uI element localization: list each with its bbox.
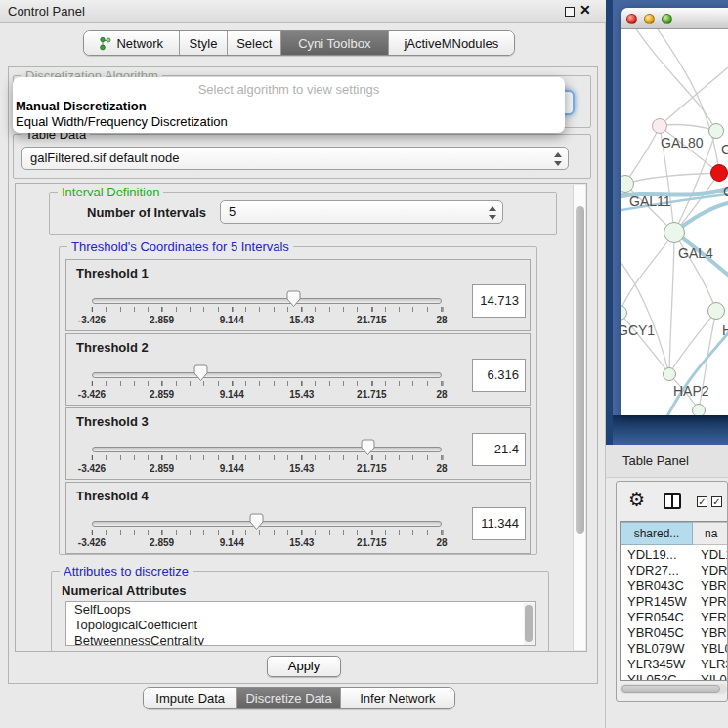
threshold-value-field[interactable]: 11.344 [472,507,526,540]
threshold-panel: Threshold 2 -3.4262.8599.14415.4321.7152… [65,333,531,406]
network-node[interactable] [710,164,728,182]
threshold-slider-track[interactable] [92,372,442,378]
network-canvas[interactable]: GAL80GACGAL11GAL4GCY1HHAP2 [621,29,728,415]
slider-scale: -3.4262.8599.14415.4321.71528 [92,463,442,475]
zoom-window-icon[interactable] [662,14,672,24]
interval-definition-group: Interval Definition Number of Intervals … [49,192,557,235]
table-row[interactable]: YER054C YER0 [621,610,728,625]
table-row[interactable]: YDR27... YDR2 [621,563,728,578]
apply-button[interactable]: Apply [267,656,341,677]
scale-tick-label: 2.859 [150,463,174,474]
threshold-slider-thumb[interactable] [249,513,264,531]
cell-shared-name: YBR043C [621,578,693,594]
attribute-list-item[interactable]: TopologicalCoefficient [66,618,535,633]
threshold-label: Threshold 4 [76,489,149,503]
table-row[interactable]: YBR045C YBR0 [621,625,728,641]
scrollbar-thumb[interactable] [576,206,584,534]
network-node[interactable] [663,367,676,381]
threshold-slider-thumb[interactable] [193,364,208,382]
scale-tick-label: 15.43 [289,389,314,400]
cell-name: YBL0 [693,641,728,657]
scale-tick-label: 9.144 [220,315,244,325]
table-row[interactable]: YPR145W YPR1 [621,594,728,610]
scrollbar-thumb[interactable] [621,685,720,693]
control-panel-tabs: Network Style Select Cyni Toolbox jActiv… [83,30,515,56]
gear-icon[interactable]: ⚙ [628,489,645,511]
cell-shared-name: YER054C [621,610,693,625]
settings-scroll-panel: Interval Definition Number of Intervals … [15,183,587,652]
threshold-slider-track[interactable] [92,298,442,304]
table-row[interactable]: YDL19... YDL1 [621,547,728,563]
attribute-list-item[interactable]: SelfLoops [66,602,535,618]
node-attribute-table: shared... na YDL19... YDL1 YDR27... YDR2 [620,521,728,681]
network-node[interactable] [692,404,706,415]
threshold-value-field[interactable]: 21.4 [472,433,526,466]
column-header-shared-name[interactable]: shared... [621,522,693,545]
bottom-mode-tabs: Impute Data Discretize Data Infer Networ… [143,687,455,709]
control-panel: Control Panel ✕ Network Style Select [0,0,606,728]
table-data-combobox[interactable]: galFiltered.sif default node [21,147,569,170]
threshold-slider-thumb[interactable] [286,290,301,308]
cell-name: YPR1 [693,594,728,610]
table-header-row: shared... na [621,522,728,545]
close-window-icon[interactable] [626,14,637,24]
scale-tick-label: 21.715 [357,315,387,325]
tab-impute-data[interactable]: Impute Data [144,688,236,708]
dropdown-item-equal-width-frequency[interactable]: Equal Width/Frequency Discretization [16,114,228,129]
threshold-slider-track[interactable] [92,521,442,527]
dropdown-item-manual-discretization[interactable]: Manual Discretization [16,99,147,113]
scale-tick-label: 2.859 [150,537,174,548]
threshold-slider-thumb[interactable] [361,439,375,456]
threshold-value-field[interactable]: 6.316 [472,359,526,392]
slider-scale: -3.4262.8599.14415.4321.71528 [92,389,442,401]
cell-shared-name: YLR345W [621,657,693,672]
table-row[interactable]: YBR043C YBR0 [621,578,728,594]
table-row[interactable]: YBL079W YBL0 [621,641,728,657]
scale-tick-label: -3.426 [78,315,106,325]
tab-jactivemnodules[interactable]: jActiveMNodules [388,31,514,55]
minimize-window-icon[interactable] [644,14,655,24]
table-row[interactable]: YIL052C YIL0 [621,672,728,681]
column-header-name[interactable]: na [693,522,728,545]
tab-label: Infer Network [360,691,435,706]
tab-style[interactable]: Style [179,31,228,55]
table-data-selected: galFiltered.sif default node [30,150,179,165]
cell-shared-name: YDR27... [621,563,693,578]
scale-tick-label: 28 [436,315,447,325]
cell-name: YDR2 [693,563,728,578]
network-node[interactable] [708,123,724,139]
float-panel-icon[interactable] [565,7,575,17]
network-node[interactable] [652,118,667,134]
scale-tick-label: -3.426 [78,537,106,548]
network-window: GAL80GACGAL11GAL4GCY1HHAP2 [621,8,728,415]
tab-select[interactable]: Select [227,31,280,55]
scale-tick-label: 15.43 [289,315,314,325]
threshold-value-field[interactable]: 14.713 [472,284,526,318]
number-of-intervals-combobox[interactable]: 5 [220,200,503,224]
table-row[interactable]: YLR345W YLR3 [621,657,728,672]
tab-discretize-data[interactable]: Discretize Data [236,688,339,708]
network-node-label: GAL4 [678,245,713,261]
table-horizontal-scrollbar [620,684,727,694]
dropdown-placeholder: Select algorithm to view settings [13,82,565,97]
checkbox-icon[interactable]: ✓ [697,496,707,507]
close-icon[interactable]: ✕ [579,2,591,18]
threshold-panel: Threshold 1 -3.4262.8599.14415.4321.7152… [65,259,531,331]
network-node[interactable] [664,222,685,243]
checkbox-icon[interactable]: ✓ [711,496,722,507]
tab-cyni-toolbox[interactable]: Cyni Toolbox [280,31,388,55]
threshold-slider-track[interactable] [92,447,442,452]
number-of-intervals-value: 5 [229,204,236,219]
network-window-titlebar[interactable] [621,8,728,29]
table-panel-titlebar: Table Panel [606,445,728,478]
tab-network[interactable]: Network [84,31,179,55]
scale-tick-label: 15.43 [289,463,314,474]
slider-tick-marks [92,307,443,312]
threshold-panel: Threshold 3 -3.4262.8599.14415.4321.7152… [65,407,531,480]
split-columns-icon[interactable] [664,493,681,509]
network-node[interactable] [707,302,725,320]
tab-infer-network[interactable]: Infer Network [340,688,454,708]
scrollbar-thumb[interactable] [525,605,533,642]
attribute-list-item[interactable]: BetweennessCentrality [66,633,535,646]
scale-tick-label: 21.715 [357,389,387,400]
